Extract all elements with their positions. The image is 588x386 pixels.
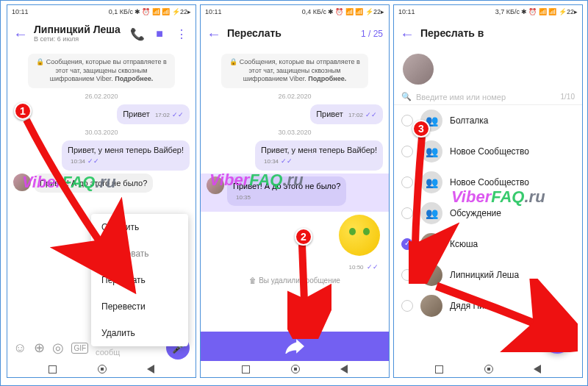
camera-icon[interactable]: ◎: [52, 340, 64, 356]
back-icon[interactable]: ←: [400, 26, 415, 43]
forward-to-header: ← Переслать в: [394, 18, 582, 49]
status-time: 10:11: [12, 8, 29, 15]
arrow-3a: [409, 129, 475, 284]
sticker-smile[interactable]: [339, 215, 380, 256]
android-navbar: [394, 361, 582, 377]
selected-avatar: [403, 54, 434, 85]
header-title: Переслать: [227, 28, 355, 39]
encryption-notice: 🔒 Сообщения, которые вы отправляете в эт…: [221, 54, 368, 88]
menu-translate[interactable]: Перевести: [91, 293, 188, 320]
callout-badge-3: 3: [412, 120, 430, 137]
plus-icon[interactable]: ⊕: [34, 340, 45, 356]
back-icon[interactable]: ←: [207, 26, 221, 43]
message-out[interactable]: Привет, у меня теперь Вайбер!10:34 ✓✓: [255, 140, 383, 171]
nav-home[interactable]: [98, 365, 107, 374]
back-icon[interactable]: ←: [13, 26, 28, 43]
forward-header: ← Переслать 1 / 25: [201, 18, 389, 49]
android-navbar: [7, 361, 196, 377]
callout-badge-2: 2: [295, 228, 312, 246]
menu-delete[interactable]: Удалить: [91, 320, 188, 346]
arrow-2: [287, 236, 331, 339]
search-placeholder: Введите имя или номер: [416, 93, 506, 101]
nav-back[interactable]: [147, 365, 154, 374]
search-count: 1/10: [561, 93, 575, 101]
video-icon[interactable]: ■: [151, 27, 168, 40]
status-bar: 10:11 3,7 КБ/с✱ ⏰ 📶 📶 ⚡22▸: [394, 5, 582, 18]
contact-name: Болталка: [450, 115, 489, 126]
arrow-3b: [431, 279, 578, 352]
selection-counter: 1 / 25: [361, 29, 383, 39]
message-selected[interactable]: Привет! А до этого не было?10:35: [227, 176, 346, 207]
call-icon[interactable]: 📞: [129, 27, 146, 41]
radio[interactable]: [401, 115, 413, 126]
status-bar: 10:11 0,4 КБ/с✱ ⏰ 📶 📶 ⚡22▸: [201, 5, 389, 18]
more-icon[interactable]: ⋮: [173, 27, 190, 41]
date-separator: 26.02.2020: [7, 93, 196, 100]
nav-recent[interactable]: [49, 365, 57, 374]
encryption-notice: 🔒 Сообщения, которые вы отправляете в эт…: [28, 54, 175, 88]
emoji-icon[interactable]: ☺: [13, 340, 26, 356]
avatar: [207, 176, 224, 194]
gif-icon[interactable]: GIF: [71, 343, 88, 354]
status-bar: 10:11 0,1 КБ/с✱ ⏰ 📶 📶 ⚡22▸: [7, 5, 196, 18]
arrow-1: [15, 111, 140, 295]
chat-header: ← Липницкий Леша В сети: 6 июля 📞 ■ ⋮: [7, 18, 196, 49]
search-icon: 🔍: [401, 92, 412, 101]
radio[interactable]: [401, 300, 413, 312]
search-row[interactable]: 🔍 Введите имя или номер 1/10: [394, 89, 582, 105]
callout-badge-1: 1: [14, 102, 32, 120]
chat-title: Липницкий Леша: [34, 24, 123, 35]
android-navbar: [201, 361, 389, 377]
chat-subtitle: В сети: 6 июля: [34, 36, 123, 43]
message-out[interactable]: Привет 17:02 ✓✓: [310, 104, 383, 124]
